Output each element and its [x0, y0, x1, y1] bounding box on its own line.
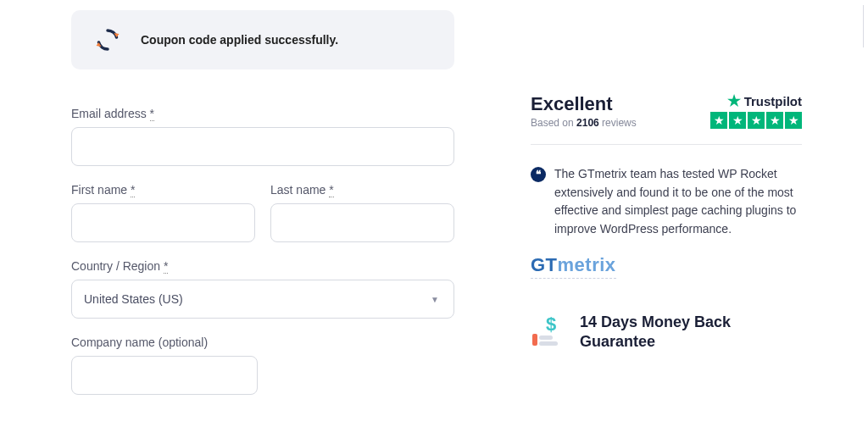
country-label: Country / Region *	[71, 259, 454, 273]
quote-icon: ❝	[531, 167, 546, 182]
trustpilot-brand-text: Trustpilot	[744, 94, 802, 108]
guarantee-section: $ 14 Days Money Back Guarantee	[531, 313, 802, 352]
trust-subtext: Based on 2106 reviews	[531, 117, 637, 129]
last-name-label: Last name *	[270, 183, 454, 197]
gtmetrix-logo: GTmetrix	[531, 254, 616, 279]
guarantee-text: 14 Days Money Back Guarantee	[580, 313, 731, 352]
country-select[interactable]: United States (US)	[71, 280, 454, 319]
svg-rect-3	[539, 341, 558, 346]
svg-rect-2	[539, 336, 553, 340]
svg-text:$: $	[546, 315, 556, 335]
country-field-group: Country / Region * United States (US) ▼	[71, 259, 454, 319]
star-icon: ★	[748, 112, 765, 129]
first-name-field-group: First name *	[71, 183, 255, 242]
first-name-label: First name *	[71, 183, 255, 197]
svg-rect-1	[532, 334, 537, 346]
star-icon: ★	[785, 112, 802, 129]
money-back-icon: $	[531, 315, 565, 349]
coupon-notice: Coupon code applied successfully.	[71, 10, 454, 69]
refresh-icon	[95, 27, 120, 53]
company-input[interactable]	[71, 356, 258, 395]
trustpilot-badge: ★ Trustpilot ★ ★ ★ ★ ★	[710, 93, 802, 129]
trust-rating-word: Excellent	[531, 93, 637, 115]
company-field-group: Company name (optional)	[71, 336, 454, 395]
last-name-input[interactable]	[270, 203, 454, 242]
star-icon: ★	[710, 112, 727, 129]
testimonial: ❝ The GTmetrix team has tested WP Rocket…	[531, 165, 802, 239]
side-accent	[863, 5, 868, 47]
email-label: Email address *	[71, 107, 454, 120]
trustpilot-section: Excellent Based on 2106 reviews ★ Trustp…	[531, 93, 802, 145]
coupon-notice-text: Coupon code applied successfully.	[141, 33, 338, 47]
last-name-field-group: Last name *	[270, 183, 454, 242]
trustpilot-star-icon: ★	[727, 93, 741, 108]
email-input[interactable]	[71, 127, 454, 166]
company-label: Company name (optional)	[71, 336, 454, 349]
email-field-group: Email address *	[71, 107, 454, 166]
trustpilot-stars: ★ ★ ★ ★ ★	[710, 112, 802, 129]
star-icon: ★	[729, 112, 746, 129]
star-icon: ★	[766, 112, 783, 129]
testimonial-text: The GTmetrix team has tested WP Rocket e…	[554, 165, 802, 239]
first-name-input[interactable]	[71, 203, 255, 242]
